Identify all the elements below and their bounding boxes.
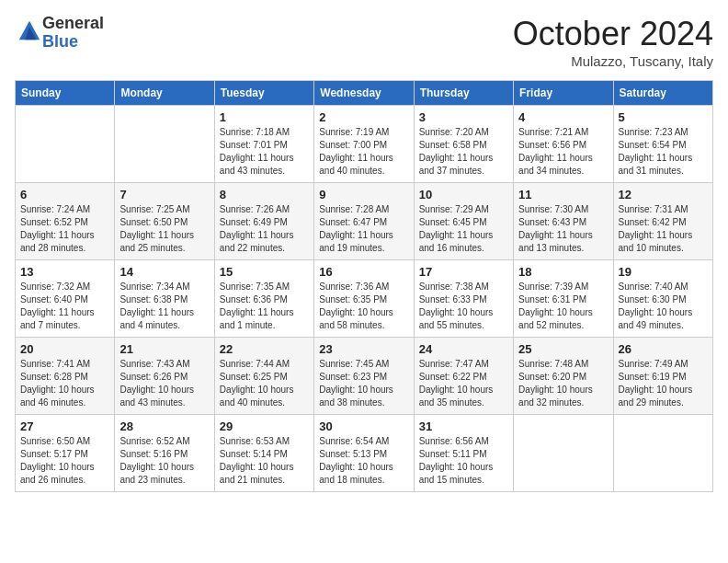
day-info: Sunrise: 7:26 AM Sunset: 6:49 PM Dayligh…	[220, 203, 309, 255]
day-header-sunday: Sunday	[16, 81, 115, 106]
day-number: 18	[518, 265, 608, 279]
day-number: 14	[119, 265, 209, 279]
day-info: Sunrise: 7:34 AM Sunset: 6:38 PM Dayligh…	[119, 281, 209, 332]
calendar-cell: 30Sunrise: 6:54 AM Sunset: 5:13 PM Dayli…	[314, 415, 414, 492]
day-header-thursday: Thursday	[414, 81, 513, 106]
calendar-cell: 31Sunrise: 6:56 AM Sunset: 5:11 PM Dayli…	[414, 415, 513, 492]
day-number: 26	[619, 342, 708, 356]
day-number: 27	[20, 419, 109, 433]
day-info: Sunrise: 6:54 AM Sunset: 5:13 PM Dayligh…	[319, 435, 408, 487]
logo: General Blue	[15, 15, 104, 52]
location-subtitle: Mulazzo, Tuscany, Italy	[513, 53, 713, 69]
calendar-cell: 12Sunrise: 7:31 AM Sunset: 6:42 PM Dayli…	[613, 183, 712, 260]
calendar-header-row: SundayMondayTuesdayWednesdayThursdayFrid…	[16, 81, 713, 106]
day-header-tuesday: Tuesday	[214, 81, 313, 106]
calendar-cell	[16, 106, 115, 183]
calendar-cell: 2Sunrise: 7:19 AM Sunset: 7:00 PM Daylig…	[314, 106, 414, 183]
day-number: 19	[619, 265, 708, 279]
day-info: Sunrise: 7:31 AM Sunset: 6:42 PM Dayligh…	[619, 203, 708, 255]
day-number: 5	[619, 110, 708, 124]
day-info: Sunrise: 7:48 AM Sunset: 6:20 PM Dayligh…	[518, 358, 608, 409]
day-number: 29	[220, 419, 309, 433]
day-number: 10	[419, 188, 508, 201]
calendar-cell: 16Sunrise: 7:36 AM Sunset: 6:35 PM Dayli…	[314, 260, 414, 338]
calendar-cell: 11Sunrise: 7:30 AM Sunset: 6:43 PM Dayli…	[514, 183, 613, 260]
calendar-cell: 10Sunrise: 7:29 AM Sunset: 6:45 PM Dayli…	[414, 183, 513, 260]
calendar-cell: 4Sunrise: 7:21 AM Sunset: 6:56 PM Daylig…	[514, 106, 613, 183]
day-number: 13	[20, 265, 109, 279]
day-info: Sunrise: 7:35 AM Sunset: 6:36 PM Dayligh…	[220, 281, 309, 332]
day-number: 23	[319, 342, 408, 356]
day-number: 4	[518, 110, 608, 124]
calendar-cell: 18Sunrise: 7:39 AM Sunset: 6:31 PM Dayli…	[514, 260, 613, 338]
day-info: Sunrise: 7:23 AM Sunset: 6:54 PM Dayligh…	[619, 126, 708, 178]
calendar-cell: 22Sunrise: 7:44 AM Sunset: 6:25 PM Dayli…	[214, 338, 313, 415]
day-number: 28	[119, 419, 209, 433]
day-info: Sunrise: 7:44 AM Sunset: 6:25 PM Dayligh…	[220, 358, 309, 409]
day-info: Sunrise: 7:28 AM Sunset: 6:47 PM Dayligh…	[319, 203, 408, 255]
day-info: Sunrise: 7:20 AM Sunset: 6:58 PM Dayligh…	[419, 126, 508, 178]
day-number: 3	[419, 110, 508, 124]
day-number: 15	[220, 265, 309, 279]
day-info: Sunrise: 7:29 AM Sunset: 6:45 PM Dayligh…	[419, 203, 508, 255]
day-info: Sunrise: 7:45 AM Sunset: 6:23 PM Dayligh…	[319, 358, 408, 409]
day-number: 17	[419, 265, 508, 279]
day-info: Sunrise: 7:49 AM Sunset: 6:19 PM Dayligh…	[619, 358, 708, 409]
calendar-cell: 3Sunrise: 7:20 AM Sunset: 6:58 PM Daylig…	[414, 106, 513, 183]
calendar-cell: 7Sunrise: 7:25 AM Sunset: 6:50 PM Daylig…	[115, 183, 214, 260]
day-info: Sunrise: 7:39 AM Sunset: 6:31 PM Dayligh…	[518, 281, 608, 332]
day-info: Sunrise: 7:38 AM Sunset: 6:33 PM Dayligh…	[419, 281, 508, 332]
calendar-cell	[514, 415, 613, 492]
day-number: 22	[220, 342, 309, 356]
day-number: 31	[419, 419, 508, 433]
day-number: 16	[319, 265, 408, 279]
day-number: 7	[119, 188, 209, 201]
day-info: Sunrise: 7:19 AM Sunset: 7:00 PM Dayligh…	[319, 126, 408, 178]
page-header: General Blue October 2024 Mulazzo, Tusca…	[15, 15, 713, 69]
day-info: Sunrise: 7:47 AM Sunset: 6:22 PM Dayligh…	[419, 358, 508, 409]
calendar-cell: 27Sunrise: 6:50 AM Sunset: 5:17 PM Dayli…	[16, 415, 115, 492]
calendar-cell: 6Sunrise: 7:24 AM Sunset: 6:52 PM Daylig…	[16, 183, 115, 260]
day-info: Sunrise: 6:52 AM Sunset: 5:16 PM Dayligh…	[119, 435, 209, 487]
calendar-cell: 1Sunrise: 7:18 AM Sunset: 7:01 PM Daylig…	[214, 106, 313, 183]
calendar-cell: 13Sunrise: 7:32 AM Sunset: 6:40 PM Dayli…	[16, 260, 115, 338]
title-block: October 2024 Mulazzo, Tuscany, Italy	[513, 15, 713, 69]
calendar-cell: 24Sunrise: 7:47 AM Sunset: 6:22 PM Dayli…	[414, 338, 513, 415]
logo-icon	[17, 18, 42, 44]
calendar-cell: 20Sunrise: 7:41 AM Sunset: 6:28 PM Dayli…	[16, 338, 115, 415]
calendar-cell: 25Sunrise: 7:48 AM Sunset: 6:20 PM Dayli…	[514, 338, 613, 415]
day-number: 24	[419, 342, 508, 356]
calendar-cell: 29Sunrise: 6:53 AM Sunset: 5:14 PM Dayli…	[214, 415, 313, 492]
calendar-cell: 23Sunrise: 7:45 AM Sunset: 6:23 PM Dayli…	[314, 338, 414, 415]
calendar-cell: 15Sunrise: 7:35 AM Sunset: 6:36 PM Dayli…	[214, 260, 313, 338]
calendar-week-row: 27Sunrise: 6:50 AM Sunset: 5:17 PM Dayli…	[16, 415, 713, 492]
calendar-week-row: 1Sunrise: 7:18 AM Sunset: 7:01 PM Daylig…	[16, 106, 713, 183]
day-header-saturday: Saturday	[613, 81, 712, 106]
day-info: Sunrise: 7:36 AM Sunset: 6:35 PM Dayligh…	[319, 281, 408, 332]
day-info: Sunrise: 6:50 AM Sunset: 5:17 PM Dayligh…	[20, 435, 109, 487]
day-info: Sunrise: 7:41 AM Sunset: 6:28 PM Dayligh…	[20, 358, 109, 409]
calendar-cell: 14Sunrise: 7:34 AM Sunset: 6:38 PM Dayli…	[115, 260, 214, 338]
day-number: 20	[20, 342, 109, 356]
calendar-cell: 19Sunrise: 7:40 AM Sunset: 6:30 PM Dayli…	[613, 260, 712, 338]
day-header-monday: Monday	[115, 81, 214, 106]
calendar-cell: 5Sunrise: 7:23 AM Sunset: 6:54 PM Daylig…	[613, 106, 712, 183]
day-number: 11	[518, 188, 608, 201]
calendar-cell	[613, 415, 712, 492]
day-info: Sunrise: 7:32 AM Sunset: 6:40 PM Dayligh…	[20, 281, 109, 332]
day-info: Sunrise: 7:43 AM Sunset: 6:26 PM Dayligh…	[119, 358, 209, 409]
calendar-week-row: 20Sunrise: 7:41 AM Sunset: 6:28 PM Dayli…	[16, 338, 713, 415]
day-info: Sunrise: 7:18 AM Sunset: 7:01 PM Dayligh…	[220, 126, 309, 178]
day-info: Sunrise: 7:40 AM Sunset: 6:30 PM Dayligh…	[619, 281, 708, 332]
day-number: 12	[619, 188, 708, 201]
day-info: Sunrise: 7:25 AM Sunset: 6:50 PM Dayligh…	[119, 203, 209, 255]
calendar-cell: 9Sunrise: 7:28 AM Sunset: 6:47 PM Daylig…	[314, 183, 414, 260]
day-number: 21	[119, 342, 209, 356]
day-header-friday: Friday	[514, 81, 613, 106]
calendar-cell: 21Sunrise: 7:43 AM Sunset: 6:26 PM Dayli…	[115, 338, 214, 415]
day-number: 1	[220, 110, 309, 124]
calendar-table: SundayMondayTuesdayWednesdayThursdayFrid…	[15, 80, 713, 492]
calendar-week-row: 6Sunrise: 7:24 AM Sunset: 6:52 PM Daylig…	[16, 183, 713, 260]
day-number: 9	[319, 188, 408, 201]
calendar-week-row: 13Sunrise: 7:32 AM Sunset: 6:40 PM Dayli…	[16, 260, 713, 338]
